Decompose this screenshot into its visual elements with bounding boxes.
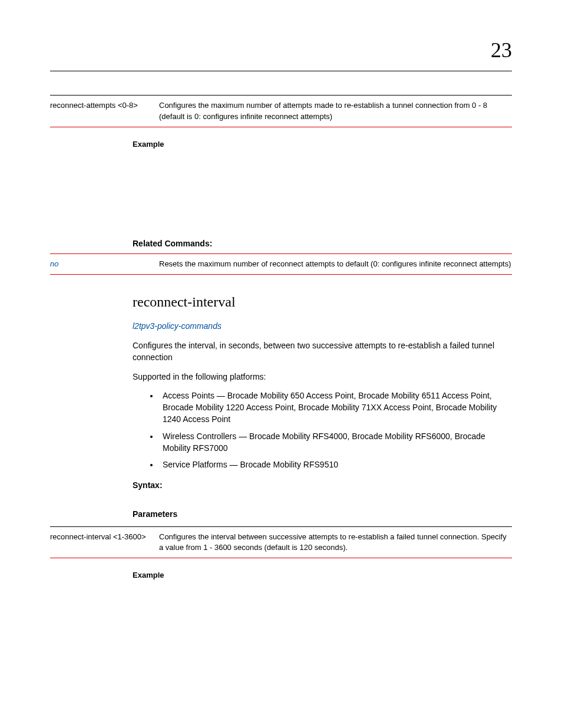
related-commands-table: no Resets the maximum number of reconnec…	[50, 253, 512, 275]
param-desc-cell: Configures the interval between successi…	[159, 526, 512, 558]
param-name-cell: reconnect-attempts <0-8>	[50, 95, 159, 127]
parameters-table-1: reconnect-attempts <0-8> Configures the …	[50, 95, 512, 127]
platforms-list: Access Points — Brocade Mobility 650 Acc…	[159, 390, 512, 471]
syntax-heading: Syntax:	[133, 480, 512, 492]
parameters-heading: Parameters	[133, 509, 512, 521]
example-heading-2: Example	[133, 570, 512, 581]
table-row: no Resets the maximum number of reconnec…	[50, 253, 512, 274]
list-item: Wireless Controllers — Brocade Mobility …	[159, 430, 512, 454]
list-item: Access Points — Brocade Mobility 650 Acc…	[159, 390, 512, 426]
policy-commands-link[interactable]: l2tpv3-policy-commands	[133, 321, 222, 331]
table-row: reconnect-attempts <0-8> Configures the …	[50, 95, 512, 127]
related-commands-heading: Related Commands:	[133, 238, 512, 250]
table-row: reconnect-interval <1-3600> Configures t…	[50, 526, 512, 558]
example-heading-1: Example	[133, 139, 512, 150]
no-command-link[interactable]: no	[50, 259, 58, 268]
policy-commands-link-container: l2tpv3-policy-commands	[133, 321, 512, 332]
command-title: reconnect-interval	[133, 292, 512, 312]
parameters-table-2: reconnect-interval <1-3600> Configures t…	[50, 526, 512, 558]
command-description: Configures the interval, in seconds, bet…	[133, 340, 512, 364]
chapter-number: 23	[50, 35, 512, 65]
related-command-name: no	[50, 253, 159, 274]
list-item: Service Platforms — Brocade Mobility RFS…	[159, 459, 512, 470]
param-name-cell: reconnect-interval <1-3600>	[50, 526, 159, 558]
related-command-desc: Resets the maximum number of reconnect a…	[159, 253, 512, 274]
supported-platforms-label: Supported in the following platforms:	[133, 371, 512, 383]
param-desc-cell: Configures the maximum number of attempt…	[159, 95, 512, 127]
header-rule	[50, 71, 512, 71]
